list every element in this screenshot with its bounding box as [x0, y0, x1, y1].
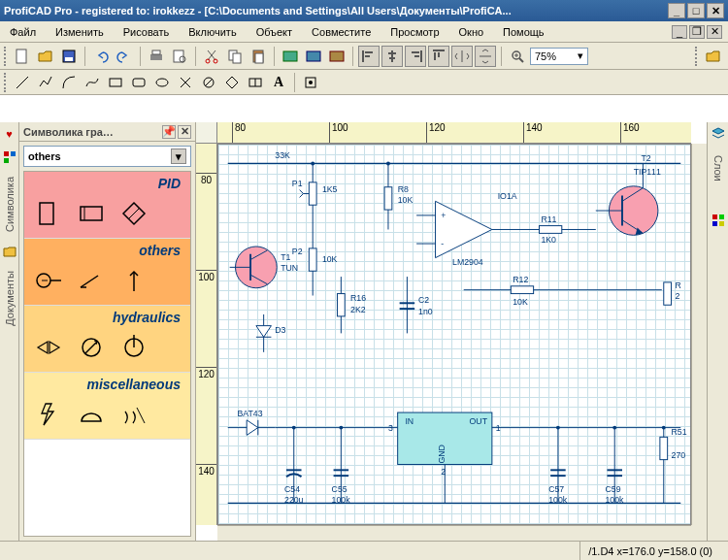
category-list[interactable]: PID others hydraulics	[23, 171, 191, 537]
menu-align[interactable]: Совместите	[308, 24, 375, 40]
svg-rect-83	[309, 248, 316, 271]
minimize-button[interactable]: _	[668, 3, 685, 18]
menu-edit[interactable]: Изменить	[51, 24, 108, 40]
undo-icon[interactable]	[90, 46, 112, 67]
layers-icon[interactable]	[711, 126, 726, 144]
hyd-symbol-1-icon[interactable]	[34, 333, 63, 362]
menu-object[interactable]: Объект	[252, 24, 296, 40]
pin-icon[interactable]: 📌	[162, 125, 176, 139]
hyd-symbol-3-icon[interactable]	[119, 333, 149, 362]
hyd-symbol-2-icon[interactable]	[77, 333, 106, 362]
menu-window[interactable]: Окно	[455, 24, 488, 40]
menu-view[interactable]: Просмотр	[386, 24, 443, 40]
category-hydraulics[interactable]: hydraulics	[24, 306, 190, 373]
mdi-restore[interactable]: ❐	[689, 25, 705, 39]
svg-rect-13	[283, 51, 297, 61]
pid-symbol-3-icon[interactable]	[119, 199, 149, 228]
svg-text:D3: D3	[275, 325, 285, 335]
zoom-combo[interactable]: 75% ▾	[530, 48, 588, 65]
others-symbol-3-icon[interactable]	[119, 266, 149, 295]
new-icon[interactable]	[12, 46, 33, 67]
category-miscellaneous[interactable]: miscellaneous	[24, 373, 190, 440]
heart-icon[interactable]: ♥	[2, 126, 17, 142]
junction-tool-icon[interactable]	[300, 72, 321, 93]
app-title: ProfiCAD Pro - registered to: irokkezz -…	[4, 5, 666, 16]
align-top-icon[interactable]	[428, 46, 449, 67]
symbols-tab-icon[interactable]	[2, 149, 17, 165]
ruler-horizontal[interactable]: 80 100 120 140 160 180	[217, 122, 691, 144]
mdi-close[interactable]: ✕	[707, 25, 722, 39]
spline-tool-icon[interactable]	[82, 72, 103, 93]
pid-symbol-1-icon[interactable]	[34, 199, 63, 228]
polyline-tool-icon[interactable]	[35, 72, 56, 93]
canvas-area: 80 100 120 140 160 180 80 100 120 140 33…	[196, 122, 707, 541]
menu-draw[interactable]: Рисовать	[119, 24, 174, 40]
align-left-icon[interactable]	[358, 46, 380, 67]
insert-image3-icon[interactable]	[326, 46, 347, 67]
text-tool-icon[interactable]: A	[268, 72, 289, 93]
svg-rect-63	[539, 226, 561, 234]
arc-tool-icon[interactable]	[58, 72, 80, 93]
misc-symbol-1-icon[interactable]	[34, 400, 63, 429]
others-symbol-1-icon[interactable]	[34, 266, 63, 295]
copy-icon[interactable]	[224, 46, 246, 67]
svg-rect-0	[17, 49, 26, 63]
print-preview-icon[interactable]	[169, 46, 190, 67]
misc-symbol-2-icon[interactable]	[77, 400, 106, 429]
insert-image2-icon[interactable]	[303, 46, 324, 67]
svg-line-17	[519, 58, 523, 62]
menu-enable[interactable]: Включить	[184, 24, 240, 40]
svg-text:C55: C55	[332, 484, 347, 494]
redo-icon[interactable]	[114, 46, 135, 67]
layers-tab-label[interactable]: Слои	[712, 151, 724, 185]
symbols-tab-label[interactable]: Символика	[4, 173, 16, 236]
palette-icon[interactable]	[711, 213, 726, 230]
open-icon[interactable]	[35, 46, 56, 67]
align-center-h-icon[interactable]	[381, 46, 403, 67]
panel-header: Символика гра… 📌 ✕	[19, 122, 195, 142]
insert-image1-icon[interactable]	[280, 46, 301, 67]
horizontal-scrollbar[interactable]	[217, 525, 691, 541]
menu-help[interactable]: Помощь	[499, 24, 548, 40]
category-pid[interactable]: PID	[24, 172, 190, 239]
category-others[interactable]: others	[24, 239, 190, 306]
mdi-minimize[interactable]: _	[672, 25, 687, 39]
svg-line-20	[17, 77, 28, 88]
flip-v-icon[interactable]	[475, 46, 496, 67]
chevron-down-icon: ▾	[171, 148, 186, 164]
ruler-vertical[interactable]: 80 100 120 140	[196, 144, 217, 525]
rectplus-tool-icon[interactable]	[245, 72, 266, 93]
maximize-button[interactable]: □	[687, 3, 705, 18]
vertical-scrollbar[interactable]	[691, 144, 707, 525]
others-symbol-2-icon[interactable]	[77, 266, 106, 295]
print-icon[interactable]	[146, 46, 167, 67]
pid-symbol-2-icon[interactable]	[77, 199, 106, 228]
folder-tab-icon[interactable]	[2, 244, 17, 259]
documents-tab-label[interactable]: Документы	[4, 267, 16, 330]
chevron-down-icon: ▾	[578, 49, 583, 62]
misc-symbol-3-icon[interactable]	[119, 400, 149, 429]
circle-diag-tool-icon[interactable]	[198, 72, 219, 93]
ellipse-tool-icon[interactable]	[151, 72, 173, 93]
menu-file[interactable]: Файл	[6, 24, 40, 40]
folder-icon[interactable]	[703, 46, 724, 67]
roundrect-tool-icon[interactable]	[128, 72, 149, 93]
zoom-icon[interactable]	[507, 46, 528, 67]
save-icon[interactable]	[58, 46, 80, 67]
line-tool-icon[interactable]	[12, 72, 33, 93]
align-right-icon[interactable]	[405, 46, 426, 67]
cross-tool-icon[interactable]	[175, 72, 196, 93]
paste-icon[interactable]	[248, 46, 269, 67]
cut-icon[interactable]	[201, 46, 222, 67]
drawing-canvas[interactable]: 33K P1 1K5 R8 10K + - IO1A	[217, 144, 691, 525]
category-combo[interactable]: others ▾	[23, 146, 191, 167]
panel-close-icon[interactable]: ✕	[178, 125, 191, 139]
close-button[interactable]: ✕	[707, 3, 724, 18]
combo-value: others	[28, 150, 61, 162]
svg-rect-2	[65, 57, 73, 61]
svg-rect-22	[133, 79, 145, 86]
status-coords: /1.D4 x=176.0 y=158.0 (0)	[579, 542, 720, 560]
flip-h-icon[interactable]	[451, 46, 473, 67]
rect-tool-icon[interactable]	[105, 72, 126, 93]
diamond-tool-icon[interactable]	[221, 72, 243, 93]
